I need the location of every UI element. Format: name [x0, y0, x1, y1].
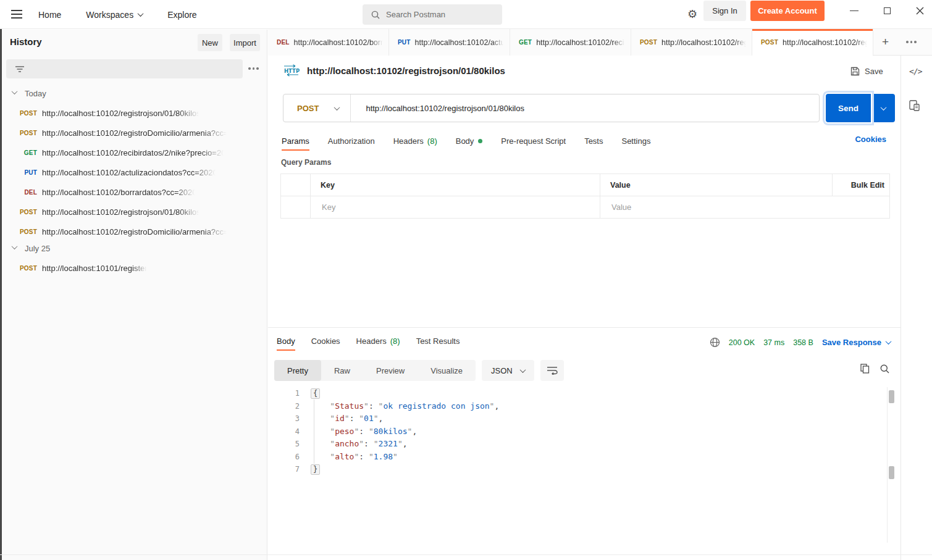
scrollbar-thumb[interactable]: [889, 466, 894, 479]
tab-url: http://localhost:10102/borrardatos?cc=20…: [294, 38, 384, 47]
tab-headers[interactable]: Headers(8): [393, 136, 437, 146]
history-group-header[interactable]: July 25: [0, 241, 267, 255]
new-tab-button[interactable]: +: [882, 35, 889, 49]
request-panel: HTTP http://localhost:10102/registrojson…: [268, 56, 901, 560]
window-close-button[interactable]: [910, 1, 929, 20]
request-tabstrip: DELhttp://localhost:10102/borrardatos?cc…: [268, 29, 932, 56]
settings-gear-button[interactable]: ⚙: [683, 5, 702, 23]
global-search[interactable]: Search Postman: [363, 4, 502, 25]
history-request[interactable]: POSThttp://localhost:10102/registroDomic…: [0, 222, 267, 241]
code-line: 6 "alto": "1.98": [268, 451, 882, 464]
format-selected: JSON: [491, 366, 513, 375]
tab-options-button[interactable]: [906, 41, 917, 43]
view-preview[interactable]: Preview: [363, 360, 418, 381]
search-response-icon[interactable]: [880, 364, 889, 374]
method-selector[interactable]: POST: [283, 104, 350, 113]
tab-count: (8): [390, 336, 400, 346]
copy-icon[interactable]: [860, 364, 870, 374]
code-icon: </>: [909, 67, 922, 76]
nav-explore[interactable]: Explore: [167, 10, 196, 20]
tab-url: http://localhost:10102/recibirdatos/2/ni…: [536, 38, 626, 47]
tab-label: Tests: [584, 136, 603, 146]
tab-body[interactable]: Body: [456, 136, 483, 146]
method-badge: PUT: [0, 169, 37, 176]
history-request[interactable]: DELhttp://localhost:10102/borrardatos?cc…: [0, 182, 267, 202]
request-tab[interactable]: GEThttp://localhost:10102/recibirdatos/2…: [510, 29, 631, 56]
code-text: "peso": "80kilos",: [305, 425, 417, 438]
query-params-label: Query Params: [281, 158, 331, 167]
request-tab[interactable]: DELhttp://localhost:10102/borrardatos?cc…: [268, 29, 389, 56]
chevron-down-icon: [519, 367, 526, 373]
format-selector[interactable]: JSON: [482, 360, 534, 381]
history-group-header[interactable]: Today: [0, 86, 267, 100]
network-globe-icon[interactable]: [710, 337, 720, 348]
history-sidebar: History New Import TodayPOSThttp://local…: [0, 30, 267, 560]
tab-label: Body: [277, 336, 295, 346]
method-badge: POST: [640, 39, 657, 46]
method-badge: POST: [761, 39, 778, 46]
scrollbar-thumb[interactable]: [889, 390, 894, 403]
request-tab[interactable]: PUThttp://localhost:10102/actulizacionda…: [389, 29, 510, 56]
sign-in-button[interactable]: Sign In: [703, 1, 746, 21]
checkbox-column-header: [281, 174, 311, 196]
request-tab[interactable]: POSThttp://localhost:10102/registroDomic…: [631, 29, 752, 56]
history-request[interactable]: POSThttp://localhost:10102/registrojson/…: [0, 202, 267, 222]
window-left-edge: [0, 29, 2, 560]
response-tab-cookies[interactable]: Cookies: [311, 336, 340, 346]
tab-tests[interactable]: Tests: [584, 136, 603, 146]
response-tab-body[interactable]: Body: [277, 336, 295, 346]
view-pretty[interactable]: Pretty: [274, 360, 321, 381]
tab-actions: +: [882, 29, 917, 55]
history-filter[interactable]: [6, 59, 243, 78]
history-filter-input[interactable]: [30, 59, 243, 78]
window-maximize-button[interactable]: [878, 1, 896, 20]
request-tab[interactable]: POSThttp://localhost:10102/registrojson/…: [752, 29, 873, 56]
right-rail: </>: [901, 56, 932, 560]
response-tab-test-results[interactable]: Test Results: [416, 336, 460, 346]
history-request[interactable]: POSThttp://localhost:10102/registroDomic…: [0, 123, 267, 143]
save-button[interactable]: Save: [850, 67, 883, 76]
row-checkbox-cell[interactable]: [281, 196, 311, 218]
send-button[interactable]: Send: [826, 94, 871, 122]
window-minimize-button[interactable]: [845, 1, 863, 20]
send-options-button[interactable]: [872, 94, 895, 122]
value-input[interactable]: [610, 202, 875, 212]
hamburger-menu-icon[interactable]: [11, 10, 22, 19]
history-more-button[interactable]: [248, 67, 259, 70]
history-request[interactable]: GEThttp://localhost:10102/recibirdatos/2…: [0, 143, 267, 162]
tab-pre-request-script[interactable]: Pre-request Script: [501, 136, 566, 146]
tab-params[interactable]: Params: [282, 136, 309, 146]
history-request[interactable]: PUThttp://localhost:10102/actulizacionda…: [0, 162, 267, 182]
cookies-link[interactable]: Cookies: [855, 135, 886, 144]
documentation-button[interactable]: [909, 100, 920, 111]
response-tab-headers[interactable]: Headers(8): [356, 336, 400, 346]
filter-icon: [15, 65, 25, 73]
new-button[interactable]: New: [198, 34, 222, 51]
nav-workspaces[interactable]: Workspaces: [86, 10, 143, 20]
nav-home[interactable]: Home: [38, 10, 61, 20]
method-badge: POST: [0, 110, 37, 117]
bulk-edit-button[interactable]: Bulk Edit: [832, 174, 889, 196]
view-visualize[interactable]: Visualize: [418, 360, 476, 381]
url-input[interactable]: [351, 103, 819, 114]
tab-settings[interactable]: Settings: [621, 136, 650, 146]
response-body-editor: 1{2 "Status": "ok registrado con json",3…: [268, 387, 882, 555]
http-protocol-icon: HTTP: [283, 64, 300, 77]
code-text: }: [305, 463, 320, 476]
request-title: http://localhost:10102/registrojson/01/8…: [307, 65, 505, 76]
response-tabs: BodyCookiesHeaders(8)Test Results: [277, 336, 460, 346]
tab-authorization[interactable]: Authorization: [328, 136, 375, 146]
history-request[interactable]: POSThttp://localhost:10102/registrojson/…: [0, 103, 267, 123]
history-request[interactable]: POSThttp://localhost:10101/register: [0, 258, 267, 278]
wrap-lines-button[interactable]: [540, 360, 564, 381]
save-response-button[interactable]: Save Response: [822, 338, 891, 347]
code-snippet-button[interactable]: </>: [909, 67, 922, 76]
create-account-button[interactable]: Create Account: [750, 1, 825, 21]
import-button[interactable]: Import: [230, 34, 260, 51]
line-number: 3: [268, 412, 305, 425]
response-meta: 200 OK 37 ms 358 B Save Response: [710, 337, 891, 348]
tab-count: (8): [427, 136, 437, 146]
key-input[interactable]: [321, 202, 586, 212]
app-header: Home Workspaces Explore Search Postman ⚙…: [0, 0, 932, 29]
view-raw[interactable]: Raw: [321, 360, 363, 381]
